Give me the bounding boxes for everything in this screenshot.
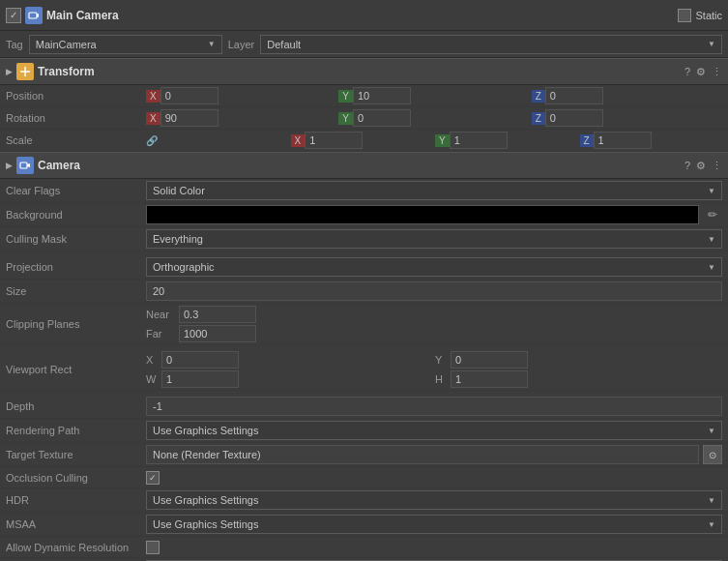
depth-input[interactable] bbox=[146, 397, 722, 416]
msaa-label: MSAA bbox=[6, 518, 146, 530]
msaa-arrow: ▼ bbox=[708, 520, 715, 529]
target-texture-field: ⊙ bbox=[146, 445, 722, 464]
msaa-value: Use Graphics Settings ▼ bbox=[146, 515, 722, 534]
occlusion-culling-label: Occlusion Culling bbox=[6, 472, 146, 484]
scale-z-label: Z bbox=[580, 134, 594, 147]
tag-dropdown[interactable]: MainCamera ▼ bbox=[29, 35, 222, 54]
depth-row: Depth bbox=[0, 395, 728, 419]
clear-flags-arrow: ▼ bbox=[708, 187, 715, 195]
background-value: ✏ bbox=[146, 205, 722, 224]
rotation-y-field: Y bbox=[338, 109, 529, 127]
rotation-y-input[interactable] bbox=[353, 109, 411, 127]
rotation-x-input[interactable] bbox=[160, 109, 218, 127]
transform-help-icon[interactable]: ? bbox=[684, 66, 690, 77]
rendering-path-label: Rendering Path bbox=[6, 425, 146, 436]
target-texture-select-btn[interactable]: ⊙ bbox=[703, 445, 722, 464]
culling-mask-dropdown[interactable]: Everything ▼ bbox=[146, 229, 722, 249]
occlusion-culling-value bbox=[146, 471, 722, 485]
hdr-value: Use Graphics Settings ▼ bbox=[146, 490, 722, 510]
scale-x-input[interactable] bbox=[305, 132, 363, 149]
vp-w-input[interactable] bbox=[161, 370, 239, 388]
near-far-group: Near Far bbox=[146, 306, 722, 342]
transform-section-icons: ? ⚙ ⋮ bbox=[684, 66, 722, 78]
vp-y-label: Y bbox=[435, 354, 451, 366]
background-color-swatch[interactable] bbox=[146, 205, 699, 224]
near-row: Near bbox=[146, 306, 722, 323]
position-y-field: Y 10 bbox=[338, 87, 529, 104]
rotation-y-label: Y bbox=[338, 112, 353, 125]
target-texture-label: Target Texture bbox=[6, 449, 146, 460]
camera-component-icon bbox=[25, 7, 43, 24]
position-label: Position bbox=[6, 90, 146, 102]
scale-z-field: Z bbox=[580, 132, 723, 149]
rotation-z-field: Z bbox=[532, 109, 722, 127]
rotation-xyz: X Y Z bbox=[146, 109, 722, 127]
transform-section-header[interactable]: ▶ Transform ? ⚙ ⋮ bbox=[0, 58, 728, 85]
position-z-input[interactable]: 0 bbox=[545, 87, 603, 104]
clear-flags-dropdown[interactable]: Solid Color ▼ bbox=[146, 181, 722, 200]
layer-dropdown[interactable]: Default ▼ bbox=[260, 35, 722, 54]
target-texture-row: Target Texture ⊙ bbox=[0, 443, 728, 467]
transform-menu-icon[interactable]: ⋮ bbox=[712, 66, 722, 78]
camera-menu-icon[interactable]: ⋮ bbox=[712, 160, 722, 172]
rendering-path-arrow: ▼ bbox=[708, 427, 715, 435]
clipping-planes-label: Clipping Planes bbox=[6, 318, 146, 330]
component-enabled-checkbox[interactable] bbox=[6, 8, 21, 23]
culling-mask-text: Everything bbox=[153, 233, 203, 245]
allow-dynamic-checkbox[interactable] bbox=[146, 541, 160, 554]
size-input[interactable] bbox=[146, 281, 722, 301]
allow-dynamic-row: Allow Dynamic Resolution bbox=[0, 537, 728, 558]
viewport-rect-row: Viewport Rect X Y W bbox=[0, 349, 728, 391]
scale-y-input[interactable] bbox=[450, 132, 508, 149]
hdr-dropdown[interactable]: Use Graphics Settings ▼ bbox=[146, 490, 722, 510]
position-x-input[interactable]: 0 bbox=[160, 87, 218, 104]
vp-h-label: H bbox=[435, 373, 451, 385]
hdr-label: HDR bbox=[6, 494, 146, 506]
position-row: Position X 0 Y 10 Z 0 bbox=[0, 85, 728, 107]
allow-dynamic-value bbox=[146, 541, 722, 554]
culling-mask-label: Culling Mask bbox=[6, 233, 146, 245]
size-row: Size bbox=[0, 280, 728, 304]
position-xyz: X 0 Y 10 Z 0 bbox=[146, 87, 722, 104]
static-checkbox[interactable] bbox=[678, 9, 691, 22]
near-input[interactable] bbox=[179, 306, 256, 323]
tag-dropdown-arrow: ▼ bbox=[208, 40, 216, 48]
far-input[interactable] bbox=[179, 325, 256, 342]
clear-flags-row: Clear Flags Solid Color ▼ bbox=[0, 179, 728, 203]
position-y-label: Y bbox=[338, 90, 353, 103]
target-texture-input[interactable] bbox=[146, 445, 699, 464]
occlusion-culling-checkbox[interactable] bbox=[146, 471, 160, 485]
camera-section-header[interactable]: ▶ Camera ? ⚙ ⋮ bbox=[0, 152, 728, 179]
camera-settings-icon[interactable]: ⚙ bbox=[696, 160, 706, 172]
projection-arrow: ▼ bbox=[708, 263, 715, 272]
scale-link-icon: 🔗 bbox=[146, 135, 158, 146]
vp-x-input[interactable] bbox=[161, 351, 239, 369]
viewport-rect-label: Viewport Rect bbox=[6, 364, 146, 375]
vp-wh-row: W H bbox=[146, 370, 722, 388]
projection-text: Orthographic bbox=[153, 261, 215, 273]
viewport-group: X Y W H bbox=[146, 351, 722, 388]
background-color-picker-btn[interactable]: ✏ bbox=[703, 205, 722, 224]
projection-dropdown[interactable]: Orthographic ▼ bbox=[146, 257, 722, 277]
scale-z-input[interactable] bbox=[594, 132, 652, 149]
position-y-input[interactable]: 10 bbox=[353, 87, 411, 104]
scale-x-field: X bbox=[291, 132, 434, 149]
scale-link-field: 🔗 bbox=[146, 132, 289, 149]
rotation-z-input[interactable] bbox=[545, 109, 603, 127]
camera-expand-arrow: ▶ bbox=[6, 161, 13, 170]
clear-flags-value: Solid Color ▼ bbox=[146, 181, 722, 200]
camera-properties: Clear Flags Solid Color ▼ Background ✏ C… bbox=[0, 179, 728, 561]
rotation-row: Rotation X Y Z bbox=[0, 107, 728, 130]
vp-h-input[interactable] bbox=[451, 370, 528, 388]
size-value bbox=[146, 281, 722, 301]
vp-y-input[interactable] bbox=[451, 351, 528, 369]
position-z-field: Z 0 bbox=[532, 87, 722, 104]
culling-mask-row: Culling Mask Everything ▼ bbox=[0, 227, 728, 251]
rotation-label: Rotation bbox=[6, 112, 146, 124]
transform-settings-icon[interactable]: ⚙ bbox=[696, 66, 706, 78]
camera-help-icon[interactable]: ? bbox=[684, 160, 690, 171]
layer-value: Default bbox=[267, 39, 301, 50]
rotation-x-field: X bbox=[146, 109, 336, 127]
rendering-path-dropdown[interactable]: Use Graphics Settings ▼ bbox=[146, 421, 722, 440]
msaa-dropdown[interactable]: Use Graphics Settings ▼ bbox=[146, 515, 722, 534]
